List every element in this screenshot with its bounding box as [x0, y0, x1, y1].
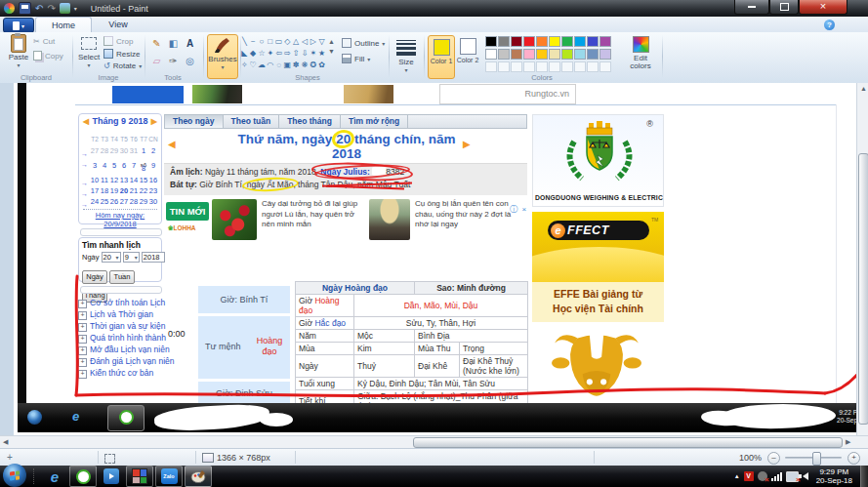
calendar-day[interactable]: 1 [139, 145, 148, 156]
calendar-day[interactable]: 30 [119, 145, 129, 156]
shape-icon[interactable]: ◌ [274, 60, 283, 71]
palette-swatch-empty[interactable] [498, 61, 510, 72]
effect-ad[interactable]: e FFECT TM EFFE Bài giảng từ Học viện Tà… [532, 212, 664, 322]
shape-icon[interactable]: ★ [317, 48, 326, 60]
shape-icon[interactable]: ○ [258, 36, 267, 48]
ad-close-icon[interactable]: × [521, 205, 526, 214]
palette-swatch[interactable] [511, 49, 522, 60]
calendar-day[interactable]: 28 [129, 196, 139, 207]
shape-icon[interactable]: ⇦ [274, 48, 283, 60]
palette-swatch[interactable] [561, 36, 573, 47]
palette-swatch[interactable] [498, 49, 510, 60]
month-select[interactable]: 9▾ [123, 252, 140, 263]
undo-icon[interactable]: ↶ [35, 4, 43, 14]
size-button[interactable]: Size ▾ [393, 34, 420, 73]
shape-icon[interactable]: ⇧ [292, 48, 301, 60]
calendar-day[interactable]: 9 [148, 156, 158, 175]
palette-swatch[interactable] [574, 49, 586, 60]
shape-icon[interactable]: ◆ [249, 48, 258, 60]
palette-swatch[interactable] [587, 49, 599, 60]
calendar-day[interactable]: 7 [129, 156, 139, 175]
content-tab[interactable]: Tìm mở rộng [341, 115, 408, 128]
calendar-day[interactable]: 19 [109, 185, 119, 196]
text-tool[interactable]: A [183, 36, 197, 51]
palette-swatch[interactable] [561, 49, 573, 60]
prev-month-icon[interactable]: ◀ [83, 117, 89, 126]
calendar-day[interactable]: 22 [139, 185, 148, 196]
palette-swatch-empty[interactable] [523, 61, 535, 72]
tray-alert-icon[interactable]: × [758, 471, 767, 481]
adchoices-icon[interactable]: ⓘ [510, 205, 517, 214]
calendar-day[interactable]: 6 [119, 156, 129, 175]
calendar-day[interactable]: 15 [139, 175, 148, 185]
calendar-day[interactable]: số8 [139, 156, 148, 173]
calendar-day[interactable]: 28 [100, 145, 109, 156]
next-month-icon[interactable]: ▶ [151, 117, 157, 126]
palette-swatch-empty[interactable] [536, 61, 548, 72]
quick-search-button[interactable]: Ngày [82, 270, 107, 284]
day-select[interactable]: 20▾ [102, 252, 121, 263]
shape-icon[interactable]: ⇨ [283, 48, 292, 60]
sidebar-link[interactable]: +Lịch và Thời gian [78, 306, 176, 318]
palette-swatch[interactable] [498, 36, 510, 47]
paste-button[interactable]: Paste ▾ [6, 34, 31, 68]
calendar-day[interactable]: 10 [90, 175, 100, 185]
shape-icon[interactable]: ◠ [266, 60, 274, 71]
calendar-day[interactable]: 20 [119, 185, 129, 196]
calendar-day[interactable]: 2 [148, 145, 158, 156]
quick-search-button[interactable]: Tuần [109, 270, 135, 284]
help-icon[interactable]: ? [824, 20, 835, 30]
heading-prev-icon[interactable]: ◀ [168, 139, 176, 149]
sidebar-link[interactable]: +Kiến thức cơ bản [78, 365, 176, 377]
week-arrow-icon[interactable]: → [81, 159, 90, 170]
calendar-day[interactable]: 29 [109, 145, 119, 156]
sidebar-link[interactable]: +Cơ sở tính toán Lịch [78, 295, 176, 306]
content-tab[interactable]: Theo tháng [279, 115, 341, 128]
calendar-day[interactable]: 31 [129, 145, 139, 156]
tray-expand-icon[interactable]: ▲ [734, 473, 740, 479]
shape-icon[interactable]: ◁ [301, 36, 310, 48]
tray-volume-icon[interactable] [803, 472, 808, 480]
shape-icon[interactable]: ◣ [240, 48, 249, 60]
rungtoc-label[interactable]: Rungtoc.vn [524, 85, 569, 103]
calendar-day[interactable]: 23 [148, 185, 158, 196]
palette-swatch[interactable] [574, 36, 586, 47]
copy-button[interactable]: Copy [33, 51, 63, 61]
shape-icon[interactable]: ☆ [258, 48, 267, 60]
tab-view[interactable]: View [94, 17, 143, 32]
fill-tool[interactable]: ◧ [166, 36, 181, 51]
paint-menu-button[interactable]: ▾ [3, 18, 34, 33]
content-tab[interactable]: Theo ngày [165, 115, 224, 128]
fill-button[interactable]: Fill▾ [342, 54, 370, 63]
taskbar-media-player-icon[interactable] [99, 467, 124, 486]
palette-swatch-empty[interactable] [561, 61, 573, 72]
preview-icon[interactable] [60, 3, 70, 14]
shape-icon[interactable]: ▭ [274, 36, 283, 48]
news-item[interactable]: Cụ ông bị lẫn quên tên con cháu, uống th… [369, 199, 513, 240]
palette-swatch-empty[interactable] [511, 61, 522, 72]
palette-swatch-empty[interactable] [549, 61, 560, 72]
news-text[interactable]: Cây dại tưởng bỏ đi lại giúp người Lú lẫ… [262, 199, 359, 240]
shape-icon[interactable]: ✽ [292, 60, 301, 71]
palette-swatch-empty[interactable] [599, 61, 611, 72]
shape-icon[interactable]: ✧ [240, 60, 249, 71]
calendar-day[interactable]: 18 [100, 185, 109, 196]
magnifier-tool[interactable]: ◎ [183, 54, 197, 68]
calendar-day[interactable]: 11 [100, 175, 109, 185]
calendar-day[interactable]: 29 [139, 196, 148, 207]
tray-network-icon[interactable]: × [786, 471, 799, 482]
horizontal-scrollbar[interactable]: ◀ ▶ [0, 435, 868, 449]
zoom-out-button[interactable]: – [767, 452, 780, 465]
sidebar-link[interactable]: +Thời gian và sự kiện [78, 318, 176, 330]
show-desktop-button[interactable] [860, 466, 868, 487]
brushes-button[interactable]: Brushes ▾ [207, 34, 238, 79]
pencil-tool[interactable]: ✎ [149, 36, 164, 51]
color2-button[interactable]: Color 2 [455, 35, 480, 77]
shape-icon[interactable]: ~ [249, 36, 258, 48]
calendar-day[interactable]: 14 [129, 175, 139, 185]
rotate-button[interactable]: ↺Rotate▾ [103, 61, 142, 70]
news-item[interactable]: Cây dại tưởng bỏ đi lại giúp người Lú lẫ… [212, 199, 359, 240]
calendar-day[interactable]: 24 [90, 196, 100, 207]
palette-swatch[interactable] [549, 36, 560, 47]
calendar-day[interactable]: 21 [129, 185, 139, 196]
